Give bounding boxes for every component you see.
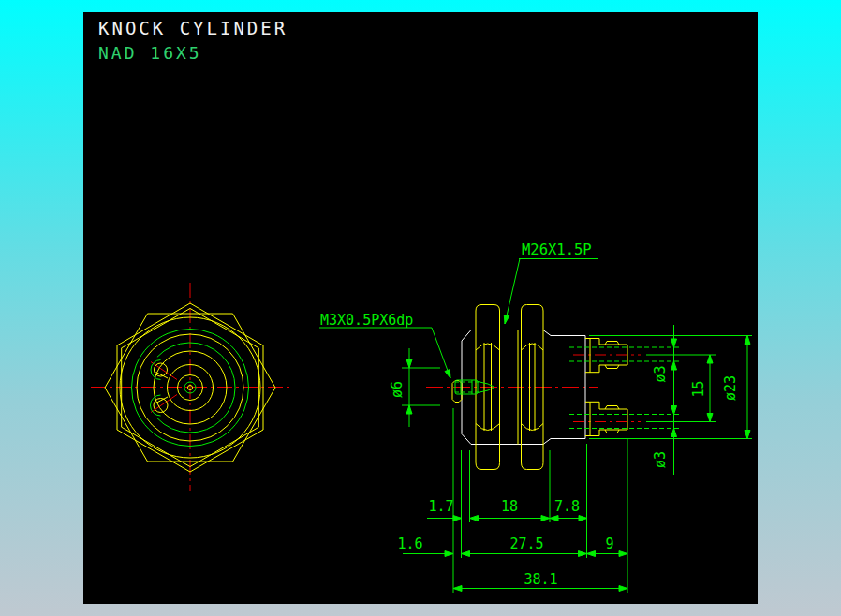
thread-callout-text: M26X1.5P (522, 242, 592, 258)
dim-boss-dia-text: ø6 (389, 381, 406, 398)
bottom-extension-lines (453, 408, 627, 593)
dim-1-6-text: 1.6 (397, 535, 422, 552)
dim-27-5-text: 27.5 (509, 535, 543, 552)
drawing-sheet: M26X1.5P M3X0.5PX6dp ø6 ø3 ø3 15 ø23 1.7… (83, 12, 758, 604)
rear-port-top (585, 339, 627, 373)
dim-port-dia-top-text: ø3 (652, 365, 669, 382)
dim-18-text: 18 (501, 498, 518, 515)
cad-application: { "title": { "line1": "KNOCK CYLINDER", … (0, 0, 841, 616)
dim-row1 (427, 516, 587, 521)
part-number: NAD 16X5 (98, 43, 202, 63)
side-view (426, 305, 679, 470)
dim-9-text: 9 (605, 535, 613, 552)
dim-body-dia-text: ø23 (722, 375, 739, 401)
drawing-title: KNOCK CYLINDER (98, 18, 288, 38)
port-callout-leader (319, 328, 450, 378)
drawing-canvas[interactable]: KNOCK CYLINDER NAD 16X5 (83, 12, 758, 604)
port-callout-text: M3X0.5PX6dp (320, 312, 413, 329)
port-hidden-lines (569, 347, 679, 429)
dim-port-dia-bottom-text: ø3 (652, 451, 669, 468)
dim-38-1-text: 38.1 (524, 571, 557, 588)
front-view (91, 283, 291, 491)
dim-port-spacing-text: 15 (690, 380, 707, 397)
dim-7-8-text: 7.8 (554, 498, 580, 515)
rear-port-bottom (585, 402, 627, 435)
dim-1-7-text: 1.7 (428, 498, 453, 515)
thread-callout-leader (504, 259, 598, 325)
